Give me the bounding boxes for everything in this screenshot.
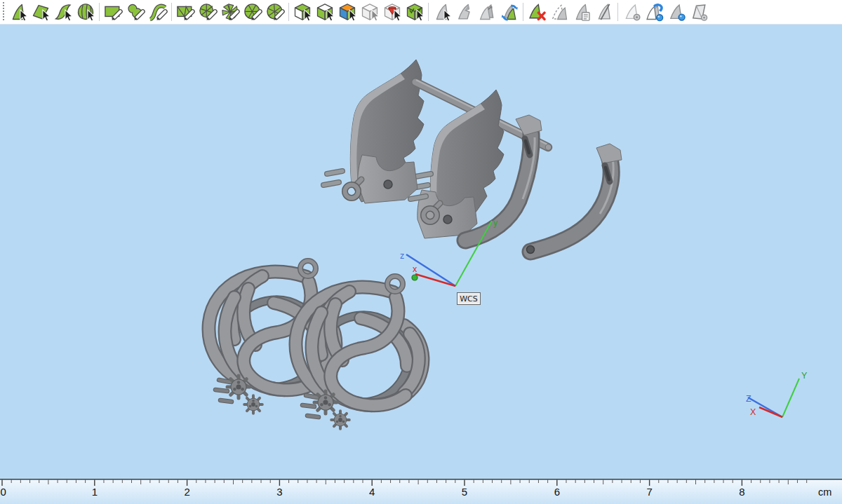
ruler: cm 012345678 bbox=[0, 479, 842, 504]
toolbar-separator bbox=[428, 3, 429, 21]
ruler-number: 3 bbox=[276, 486, 282, 498]
toolbar-icon-cube-white[interactable] bbox=[360, 2, 380, 22]
toolbar-icon-select-shell[interactable] bbox=[76, 2, 95, 22]
wcs-axis-z-label: z bbox=[400, 251, 404, 261]
toolbar-icon-triangle-select[interactable] bbox=[432, 2, 452, 22]
svg-text:WCS: WCS bbox=[460, 294, 478, 304]
nav-axis-y-label: Y bbox=[801, 371, 808, 381]
model-pendant-right[interactable] bbox=[296, 276, 423, 429]
wcs-label: WCS bbox=[457, 293, 481, 305]
toolbar-icon-triangle-point[interactable] bbox=[667, 2, 686, 22]
toolbar-icon-triangle-pair[interactable] bbox=[477, 2, 497, 22]
wcs-axis-x-label: x bbox=[413, 264, 417, 274]
ruler-number: 5 bbox=[462, 486, 467, 498]
toolbar-icon-draw-curve[interactable] bbox=[148, 2, 168, 22]
ruler-number: 4 bbox=[369, 486, 375, 498]
toolbar-icon-select-ribbon[interactable] bbox=[53, 2, 73, 22]
toolbar-icon-triangle-bent[interactable] bbox=[455, 2, 474, 22]
toolbar-separator bbox=[171, 3, 172, 21]
ruler-number: 7 bbox=[646, 486, 652, 498]
nav-axis-x-label: X bbox=[750, 407, 756, 417]
toolbar-icon-mesh-rectangle[interactable] bbox=[175, 2, 195, 22]
nav-axis-z-label: Z bbox=[746, 394, 751, 404]
toolbar-icon-triangle-delete[interactable] bbox=[527, 2, 547, 22]
toolbar-separator bbox=[523, 3, 523, 21]
wcs-axis-y-label: y bbox=[493, 218, 498, 228]
toolbar-separator bbox=[617, 3, 618, 21]
toolbar bbox=[0, 0, 842, 25]
toolbar-icon-triangle-ghost-point[interactable] bbox=[622, 2, 641, 22]
toolbar-drag-handle[interactable] bbox=[0, 0, 7, 25]
toolbar-separator bbox=[288, 3, 289, 21]
toolbar-icon-draw-blob[interactable] bbox=[126, 2, 145, 22]
toolbar-icon-mesh-blob[interactable] bbox=[198, 2, 218, 22]
ruler-number: 1 bbox=[92, 486, 98, 498]
model-bracket-middle[interactable] bbox=[410, 90, 504, 238]
toolbar-icon-triangle-split[interactable] bbox=[594, 2, 614, 22]
ruler-number: 0 bbox=[1, 486, 6, 498]
toolbar-icon-triangle-dashed[interactable] bbox=[549, 2, 569, 22]
toolbar-icon-mesh-pie[interactable] bbox=[243, 2, 262, 22]
toolbar-icon-triangle-report[interactable] bbox=[572, 2, 592, 22]
toolbar-icon-quad-point[interactable] bbox=[689, 2, 709, 22]
ruler-number: 8 bbox=[739, 486, 744, 498]
toolbar-icon-select-plane[interactable] bbox=[31, 2, 51, 22]
toolbar-icon-select-triangle[interactable] bbox=[8, 2, 28, 22]
toolbar-icon-cube-top-green[interactable] bbox=[293, 2, 312, 22]
toolbar-icon-mesh-pinwheel[interactable] bbox=[220, 2, 240, 22]
toolbar-icon-cube-green-arrows[interactable] bbox=[405, 2, 425, 22]
model-arm-right[interactable] bbox=[527, 144, 622, 254]
ruler-number: 2 bbox=[184, 486, 189, 498]
toolbar-icon-triangle-convert[interactable] bbox=[500, 2, 519, 22]
ruler-number: 6 bbox=[554, 486, 560, 498]
toolbar-icon-cube-funnel[interactable] bbox=[382, 2, 402, 22]
toolbar-icon-mesh-pie-alt[interactable] bbox=[265, 2, 285, 22]
3d-viewport[interactable]: y z x WCS Y Z X bbox=[0, 25, 842, 479]
toolbar-icon-cube-top-white[interactable] bbox=[315, 2, 335, 22]
toolbar-icon-draw-rectangle[interactable] bbox=[103, 2, 123, 22]
toolbar-icon-triangle-swap-point[interactable] bbox=[644, 2, 664, 22]
toolbar-separator bbox=[99, 3, 100, 21]
nav-triad: Y Z X bbox=[746, 371, 808, 417]
ruler-unit: cm bbox=[818, 486, 831, 498]
toolbar-icon-cube-orange-blue[interactable] bbox=[338, 2, 357, 22]
